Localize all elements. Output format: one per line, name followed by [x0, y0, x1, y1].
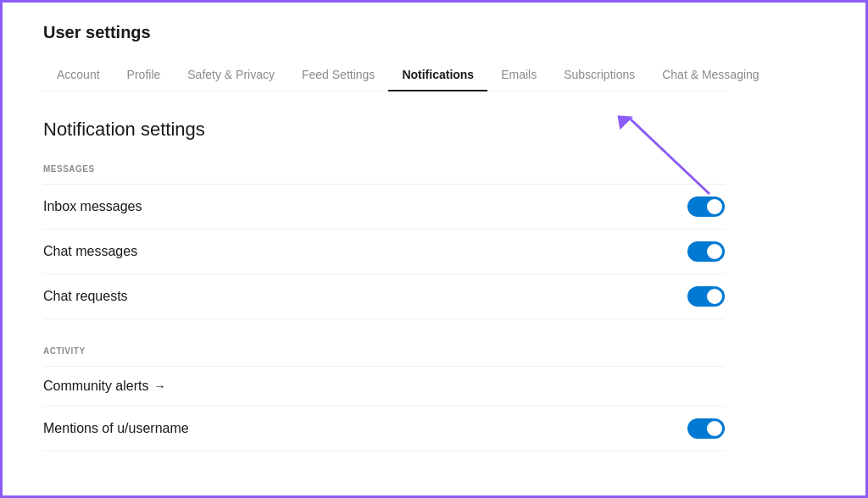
- inbox-messages-toggle[interactable]: [687, 196, 725, 217]
- tab-chat-messaging[interactable]: Chat & Messaging: [648, 59, 772, 91]
- activity-group-label: ACTIVITY: [43, 346, 725, 356]
- tab-safety-privacy[interactable]: Safety & Privacy: [174, 59, 288, 91]
- mentions-toggle[interactable]: [687, 418, 725, 439]
- chat-requests-row: Chat requests: [43, 274, 725, 318]
- messages-group-label: MESSAGES: [43, 164, 725, 174]
- inbox-messages-row: Inbox messages: [43, 185, 725, 230]
- mentions-label: Mentions of u/username: [43, 421, 189, 436]
- tab-subscriptions[interactable]: Subscriptions: [550, 59, 648, 91]
- chat-requests-label: Chat requests: [43, 289, 128, 304]
- chat-messages-label: Chat messages: [43, 244, 137, 259]
- tab-profile[interactable]: Profile: [114, 59, 175, 91]
- activity-settings-list: Community alerts → Mentions of u/usernam…: [43, 366, 725, 451]
- section-title: Notification settings: [43, 119, 725, 141]
- chat-messages-toggle[interactable]: [687, 241, 725, 262]
- chat-requests-toggle[interactable]: [687, 286, 725, 307]
- community-alerts-row: Community alerts →: [43, 367, 725, 407]
- tab-feed-settings[interactable]: Feed Settings: [288, 59, 388, 91]
- activity-group: ACTIVITY Community alerts → Mentions of …: [43, 346, 725, 451]
- messages-group: MESSAGES Inbox messages: [43, 164, 725, 319]
- inbox-messages-label: Inbox messages: [43, 199, 142, 214]
- tab-notifications[interactable]: Notifications: [388, 59, 487, 91]
- mentions-row: Mentions of u/username: [43, 407, 725, 451]
- community-alerts-label: Community alerts: [43, 379, 148, 394]
- chat-messages-row: Chat messages: [43, 230, 725, 274]
- tab-emails[interactable]: Emails: [487, 59, 550, 91]
- arrow-right-icon: →: [153, 379, 165, 393]
- community-alerts-link[interactable]: Community alerts →: [43, 379, 165, 394]
- tab-account[interactable]: Account: [43, 59, 114, 91]
- page-title: User settings: [43, 23, 725, 42]
- tabs-navigation: Account Profile Safety & Privacy Feed Se…: [43, 59, 725, 91]
- notification-settings-section: Notification settings MESSAGES Inbox mes…: [43, 119, 725, 451]
- messages-settings-list: Inbox messages: [43, 184, 725, 319]
